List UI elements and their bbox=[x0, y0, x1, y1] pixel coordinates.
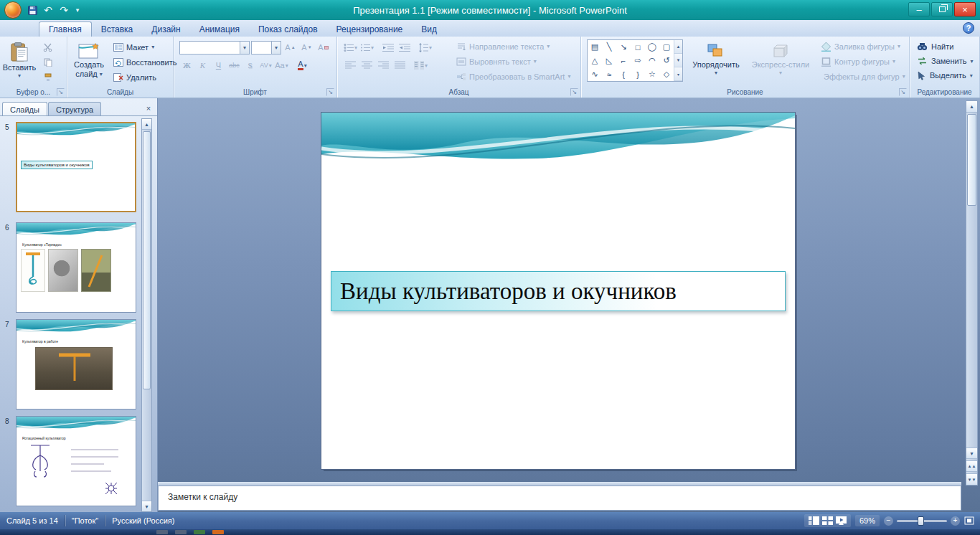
office-button[interactable] bbox=[4, 1, 22, 19]
chevron-down-icon[interactable]: ▾ bbox=[271, 42, 281, 54]
slide-thumbnail-5[interactable]: 5 Виды культиваторов и окучников bbox=[16, 122, 136, 212]
taskbar-icon[interactable] bbox=[194, 530, 205, 534]
font-dialog-launcher[interactable]: ↘ bbox=[326, 88, 334, 96]
shape-item[interactable]: ◇ bbox=[659, 67, 674, 81]
main-scrollbar[interactable]: ▲ ▼ ▲▲ ▼▼ bbox=[966, 100, 978, 486]
layout-button[interactable]: Макет ▾ bbox=[110, 39, 179, 55]
increase-indent-button[interactable] bbox=[397, 40, 412, 55]
bullets-button[interactable]: ▾ bbox=[343, 40, 358, 55]
font-size-combo[interactable]: ▾ bbox=[251, 41, 281, 55]
shape-item[interactable]: ☆ bbox=[645, 67, 659, 81]
shape-fill-button[interactable]: Заливка фигуры ▾ bbox=[818, 39, 907, 54]
shape-item[interactable]: ∿ bbox=[588, 67, 602, 81]
shape-item[interactable]: ⌐ bbox=[616, 54, 631, 67]
align-text-button[interactable]: Выровнять текст ▾ bbox=[453, 54, 580, 69]
copy-button[interactable] bbox=[40, 55, 55, 70]
qat-customize-button[interactable]: ▾ bbox=[72, 3, 83, 17]
align-right-button[interactable] bbox=[376, 58, 391, 72]
shapes-scroll-down[interactable]: ▼ bbox=[674, 54, 682, 67]
bold-button[interactable]: Ж bbox=[179, 58, 194, 72]
tab-view[interactable]: Вид bbox=[412, 22, 446, 37]
replace-button[interactable]: Заменить ▾ bbox=[910, 54, 979, 68]
windows-taskbar[interactable] bbox=[0, 529, 980, 535]
italic-button[interactable]: К bbox=[195, 58, 210, 72]
slide-sorter-view-button[interactable] bbox=[822, 516, 833, 525]
shape-item[interactable]: ↘ bbox=[616, 40, 631, 54]
convert-smartart-button[interactable]: Преобразовать в SmartArt ▾ bbox=[453, 69, 580, 84]
panel-tab-slides[interactable]: Слайды bbox=[2, 102, 47, 116]
panel-scrollbar-thumb[interactable] bbox=[143, 131, 151, 389]
panel-close-button[interactable]: × bbox=[143, 103, 154, 113]
align-center-button[interactable] bbox=[359, 58, 374, 72]
undo-button[interactable]: ↶ bbox=[41, 3, 55, 17]
align-left-button[interactable] bbox=[343, 58, 358, 72]
paragraph-dialog-launcher[interactable]: ↘ bbox=[570, 88, 578, 96]
shapes-scroll-up[interactable]: ▲ bbox=[674, 40, 682, 54]
shape-item[interactable]: ◺ bbox=[602, 54, 616, 67]
shape-item[interactable]: ↺ bbox=[659, 54, 674, 67]
shape-item[interactable]: △ bbox=[588, 54, 602, 67]
tab-review[interactable]: Рецензирование bbox=[327, 22, 413, 37]
strikethrough-button[interactable]: abc bbox=[227, 58, 242, 72]
previous-slide-button[interactable]: ▲▲ bbox=[966, 460, 977, 472]
paste-button[interactable]: Вставить ▾ bbox=[3, 39, 36, 86]
reset-button[interactable]: Восстановить bbox=[110, 55, 179, 70]
underline-button[interactable]: Ч bbox=[211, 58, 226, 72]
redo-button[interactable]: ↷ bbox=[57, 3, 71, 17]
character-spacing-button[interactable]: AV▾ bbox=[258, 58, 273, 72]
restore-button[interactable] bbox=[931, 2, 953, 16]
shape-item[interactable]: ◯ bbox=[645, 40, 659, 54]
grow-font-button[interactable]: А▲ bbox=[283, 40, 298, 55]
find-button[interactable]: Найти bbox=[910, 39, 979, 54]
shape-item[interactable]: { bbox=[616, 67, 631, 81]
shape-item[interactable]: ╲ bbox=[602, 40, 616, 54]
scroll-up-button[interactable]: ▲ bbox=[966, 101, 977, 113]
clipboard-dialog-launcher[interactable]: ↘ bbox=[57, 88, 65, 96]
shrink-font-button[interactable]: А▼ bbox=[299, 40, 314, 55]
numbering-button[interactable]: ▾ bbox=[359, 40, 374, 55]
font-name-combo[interactable]: ▾ bbox=[179, 41, 250, 55]
next-slide-button[interactable]: ▼▼ bbox=[966, 473, 977, 485]
scroll-down-button[interactable]: ▼ bbox=[966, 448, 977, 459]
cut-button[interactable] bbox=[40, 40, 55, 55]
new-slide-button[interactable]: Создать слайд▾ bbox=[70, 39, 108, 86]
save-button[interactable] bbox=[25, 3, 39, 17]
shape-outline-button[interactable]: Контур фигуры ▾ bbox=[818, 54, 907, 69]
tab-animations[interactable]: Анимация bbox=[190, 22, 249, 37]
main-scrollbar-thumb[interactable] bbox=[967, 114, 976, 206]
arrange-button[interactable]: Упорядочить ▾ bbox=[689, 39, 743, 86]
close-button[interactable]: × bbox=[954, 2, 976, 16]
shape-item[interactable]: □ bbox=[631, 40, 645, 54]
line-spacing-button[interactable]: ▾ bbox=[418, 40, 433, 55]
shape-item[interactable]: ⇨ bbox=[631, 54, 645, 67]
slide-thumbnail-8[interactable]: 8 Ротационный культиватор bbox=[16, 416, 136, 506]
language-indicator[interactable]: Русский (Россия) bbox=[105, 516, 181, 525]
taskbar-icon[interactable] bbox=[212, 530, 224, 534]
shape-item[interactable]: ▢ bbox=[659, 40, 674, 54]
quick-styles-button[interactable]: Экспресс-стили ▾ bbox=[749, 39, 812, 86]
shape-item[interactable]: } bbox=[631, 67, 645, 81]
shape-item[interactable]: ≈ bbox=[602, 67, 616, 81]
chevron-down-icon[interactable]: ▾ bbox=[240, 42, 249, 54]
slideshow-view-button[interactable] bbox=[836, 516, 847, 525]
text-shadow-button[interactable]: S bbox=[242, 58, 258, 72]
shape-item[interactable]: ◠ bbox=[645, 54, 659, 67]
shapes-more-button[interactable]: ▾ bbox=[674, 67, 682, 81]
tab-slideshow[interactable]: Показ слайдов bbox=[249, 22, 327, 37]
drawing-dialog-launcher[interactable]: ↘ bbox=[899, 88, 907, 96]
tab-home[interactable]: Главная bbox=[39, 22, 92, 37]
justify-button[interactable] bbox=[392, 58, 407, 72]
select-button[interactable]: Выделить ▾ bbox=[910, 68, 979, 82]
panel-tab-outline[interactable]: Структура bbox=[48, 102, 101, 116]
zoom-level-button[interactable]: 69% bbox=[855, 515, 880, 526]
panel-scroll-down-button[interactable]: ▼ bbox=[142, 501, 151, 511]
columns-button[interactable]: ▾ bbox=[413, 58, 428, 72]
panel-scroll-up-button[interactable]: ▲ bbox=[142, 119, 151, 130]
panel-scrollbar[interactable]: ▲ ▼ bbox=[141, 118, 152, 512]
help-button[interactable]: ? bbox=[963, 22, 974, 34]
font-color-button[interactable]: А▾ bbox=[295, 58, 310, 72]
zoom-out-button[interactable]: − bbox=[884, 516, 893, 526]
format-painter-button[interactable] bbox=[40, 70, 55, 85]
theme-name[interactable]: "Поток" bbox=[65, 516, 105, 525]
tab-insert[interactable]: Вставка bbox=[92, 22, 143, 37]
